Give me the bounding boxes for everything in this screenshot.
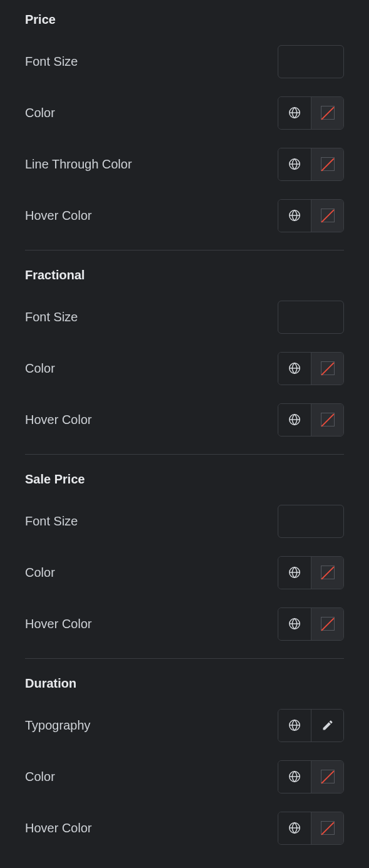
no-color-swatch-icon	[321, 361, 335, 375]
input-fractional-font-size[interactable]	[278, 301, 344, 334]
input-price-font-size[interactable]	[278, 45, 344, 78]
color-control-duration-color	[278, 760, 344, 793]
row-price-hover-color: Hover Color	[25, 199, 344, 232]
color-swatch-button[interactable]	[311, 557, 343, 589]
no-color-swatch-icon	[321, 413, 335, 426]
no-color-swatch-icon	[321, 566, 335, 579]
label-fractional-hover-color: Hover Color	[25, 413, 92, 427]
row-fractional-color: Color	[25, 351, 344, 385]
label-sale-price-font-size: Font Size	[25, 514, 78, 529]
globe-icon	[288, 106, 301, 120]
row-sale-price-color: Color	[25, 555, 344, 589]
color-control-sale-price-color	[278, 556, 344, 589]
section-price: Price Font Size Color Line Through Color…	[25, 13, 344, 250]
label-duration-color: Color	[25, 770, 55, 784]
global-toggle-button[interactable]	[278, 710, 311, 741]
no-color-swatch-icon	[321, 617, 335, 631]
section-heading-sale-price: Sale Price	[25, 472, 344, 487]
label-duration-typography: Typography	[25, 718, 91, 733]
globe-icon	[288, 770, 301, 783]
global-toggle-button[interactable]	[278, 97, 311, 129]
no-color-swatch-icon	[321, 106, 335, 120]
globe-icon	[288, 617, 301, 631]
color-control-price-color	[278, 96, 344, 130]
color-swatch-button[interactable]	[311, 608, 343, 640]
label-fractional-color: Color	[25, 361, 55, 376]
row-fractional-font-size: Font Size	[25, 300, 344, 334]
label-fractional-font-size: Font Size	[25, 310, 78, 324]
row-price-line-through-color: Line Through Color	[25, 147, 344, 181]
pencil-icon	[321, 719, 334, 731]
globe-icon	[288, 361, 301, 375]
global-toggle-button[interactable]	[278, 404, 311, 436]
section-heading-duration: Duration	[25, 676, 344, 691]
row-price-font-size: Font Size	[25, 44, 344, 78]
globe-icon	[288, 718, 301, 732]
label-price-color: Color	[25, 106, 55, 120]
row-sale-price-hover-color: Hover Color	[25, 607, 344, 641]
label-sale-price-color: Color	[25, 566, 55, 580]
color-swatch-button[interactable]	[311, 761, 343, 793]
section-duration: Duration Typography Color Hover Color	[25, 658, 344, 862]
label-price-hover-color: Hover Color	[25, 209, 92, 223]
global-toggle-button[interactable]	[278, 557, 311, 589]
color-swatch-button[interactable]	[311, 97, 343, 129]
color-control-price-line-through	[278, 148, 344, 181]
color-control-duration-hover	[278, 812, 344, 845]
color-control-fractional-color	[278, 352, 344, 385]
globe-icon	[288, 413, 301, 426]
globe-icon	[288, 157, 301, 171]
row-duration-hover-color: Hover Color	[25, 811, 344, 845]
label-duration-hover-color: Hover Color	[25, 821, 92, 835]
global-toggle-button[interactable]	[278, 608, 311, 640]
color-swatch-button[interactable]	[311, 148, 343, 180]
section-sale-price: Sale Price Font Size Color Hover Color	[25, 454, 344, 658]
global-toggle-button[interactable]	[278, 353, 311, 385]
color-control-fractional-hover	[278, 403, 344, 437]
color-swatch-button[interactable]	[311, 812, 343, 844]
globe-icon	[288, 566, 301, 579]
row-duration-typography: Typography	[25, 708, 344, 742]
no-color-swatch-icon	[321, 821, 335, 835]
typography-control-duration	[278, 709, 344, 742]
row-price-color: Color	[25, 96, 344, 130]
section-heading-fractional: Fractional	[25, 268, 344, 282]
color-control-sale-price-hover	[278, 607, 344, 641]
globe-icon	[288, 209, 301, 222]
label-price-line-through-color: Line Through Color	[25, 157, 132, 172]
no-color-swatch-icon	[321, 770, 335, 783]
global-toggle-button[interactable]	[278, 761, 311, 793]
section-fractional: Fractional Font Size Color Hover Color	[25, 250, 344, 454]
globe-icon	[288, 821, 301, 835]
row-fractional-hover-color: Hover Color	[25, 403, 344, 437]
color-swatch-button[interactable]	[311, 404, 343, 436]
label-sale-price-hover-color: Hover Color	[25, 617, 92, 631]
no-color-swatch-icon	[321, 157, 335, 171]
global-toggle-button[interactable]	[278, 200, 311, 232]
section-heading-price: Price	[25, 13, 344, 27]
color-control-price-hover	[278, 199, 344, 232]
color-swatch-button[interactable]	[311, 200, 343, 232]
color-swatch-button[interactable]	[311, 353, 343, 385]
input-sale-price-font-size[interactable]	[278, 505, 344, 538]
global-toggle-button[interactable]	[278, 812, 311, 844]
no-color-swatch-icon	[321, 209, 335, 222]
label-price-font-size: Font Size	[25, 54, 78, 69]
row-sale-price-font-size: Font Size	[25, 504, 344, 538]
row-duration-color: Color	[25, 760, 344, 793]
edit-typography-button[interactable]	[311, 710, 343, 741]
global-toggle-button[interactable]	[278, 148, 311, 180]
